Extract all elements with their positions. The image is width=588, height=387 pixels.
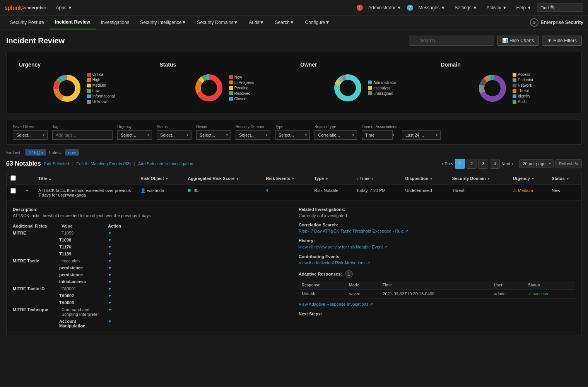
row-risk-events[interactable]: 4 [262,185,311,201]
secnav-security-posture[interactable]: Security Posture [5,15,50,29]
secnav-incident-review[interactable]: Incident Review [50,15,96,29]
settings-chevron-icon: ▼ [473,5,477,10]
secnav-investigations[interactable]: Investigations [96,15,135,29]
ta0003-action-icon[interactable]: ▼ [108,301,112,305]
svg-point-14 [337,77,359,99]
secnav-configure[interactable]: Configure ▼ [300,15,335,29]
next-label: Next [501,161,510,166]
time-associations-select[interactable]: Time [362,130,393,140]
messages-label: Messages [419,5,440,10]
account-action-icon[interactable]: ▼ [108,319,112,324]
col-risk-object: Risk Object ▼ [137,172,184,185]
correlation-search-link[interactable]: Risk - 7 Day ATT&CK Tactic Threshold Exc… [299,229,409,233]
t1176-action-icon[interactable]: ▼ [108,245,112,249]
mitre-ta0002: TA0002 [59,292,106,299]
status-filter-select[interactable]: Select... [157,130,191,140]
apps-menu[interactable]: Apps ▼ [52,0,76,15]
tag-label: Tag [52,125,113,129]
hide-charts-button[interactable]: 📊 Hide Charts [497,36,539,46]
page-2-button[interactable]: 2 [467,159,477,169]
persistence1-action-icon[interactable]: ▼ [108,266,112,270]
col-type: Type ▼ [310,172,352,185]
search-type-filter-select[interactable]: Correlatio... [315,130,357,140]
add-to-investigation-button[interactable]: Add Selected to Investigation [138,161,193,166]
search-type-filter-label: Search Type [315,125,357,129]
earliest-badge[interactable]: -24h@h [25,149,46,156]
adaptive-responses-counter: 1 [345,270,353,278]
page-3-button[interactable]: 3 [478,159,488,169]
owner-chart: Owner Administrator esanalyst unassigned [294,58,435,107]
ta0001-action-icon[interactable]: ▼ [108,287,112,291]
help-menu[interactable]: Help ▼ [512,0,535,15]
row-risk-score: 80 [184,185,262,201]
activity-menu[interactable]: Activity ▼ [483,0,511,15]
per-page-select[interactable]: 20 per page [519,159,554,168]
tag-input[interactable] [52,130,113,140]
secnav-security-intelligence[interactable]: Security Intelligence ▼ [135,15,191,29]
edit-all-button[interactable]: Edit All Matching Events (63) [77,161,131,166]
status-chart: Status New In Progress Pending Resolved … [154,58,294,107]
row-checkbox[interactable] [10,188,16,194]
apps-label: Apps [56,5,67,10]
row-risk-object: 👤 wakanda [137,185,184,201]
time-associations-label: Time or Associations [362,125,397,129]
page-1-button[interactable]: 1 [455,159,465,169]
status-col-header: Status [525,281,575,289]
messages-menu[interactable]: Messages ▼ [415,0,450,15]
si-chevron-icon: ▼ [182,20,186,25]
search-input[interactable] [409,36,494,46]
row-disposition: Undetermined [401,185,448,201]
configure-chevron-icon: ▼ [325,20,330,25]
prev-button[interactable]: ‹ Prev [442,161,453,166]
row-security-domain: Threat [448,185,509,201]
response-notable: Notable [299,289,346,299]
admin-menu[interactable]: Administrator ▼ [364,0,405,15]
filter-icon: ▼ [547,38,552,43]
refresh-button[interactable]: Refresh ↻ [555,159,582,168]
col-disposition: Disposition ▼ [401,172,448,185]
page-4-button[interactable]: 4 [490,159,500,169]
history-label: History: [299,238,575,243]
find-box[interactable]: Find 🔍 [537,3,583,12]
globe-icon: ⊕ [530,18,538,27]
secnav-security-domains[interactable]: Security Domains ▼ [191,15,243,29]
select-all-checkbox[interactable] [10,175,16,181]
ta0002-action-icon[interactable]: ▼ [108,294,112,298]
secnav-search[interactable]: Search ▼ [270,15,300,29]
type-filter-select[interactable]: Select... [275,130,310,140]
next-button[interactable]: Next › [501,161,513,166]
security-domain-filter-select[interactable]: Select... [236,130,270,140]
secnav-audit[interactable]: Audit ▼ [243,15,269,29]
hide-filters-button[interactable]: ▼ Hide Filters [542,36,582,46]
adaptive-response-invocations-link[interactable]: View Adaptive Response Invocations ↗ [299,302,373,307]
row-expand-button[interactable]: ▼ [24,188,31,193]
t1189-action-icon[interactable]: ▼ [108,252,112,256]
time-range-select[interactable]: Last 24 ... [402,130,441,140]
command-action-icon[interactable]: ▼ [108,308,112,312]
saved-filters-select[interactable]: Select... [13,130,48,140]
col-status: Status ▼ [548,172,581,185]
mitre-t1098: T1098 [59,236,106,243]
t1059-action-icon[interactable]: ▼ [108,231,112,235]
execution-action-icon[interactable]: ▼ [108,259,112,263]
owner-filter-select[interactable]: Select... [196,130,231,140]
col-agg-risk-score: Aggregated Risk Score ▼ [184,172,262,185]
persistence2-action-icon[interactable]: ▼ [108,273,112,277]
mitre-tactic-persistence2: persistence [59,271,106,278]
history-link[interactable]: View all review activity for this Notabl… [299,245,388,249]
related-investigations-text: Currently not investigated. [299,213,575,218]
edit-selected-button[interactable]: Edit Selected [44,161,69,166]
initial-access-action-icon[interactable]: ▼ [108,280,112,284]
owner-chart-title: Owner [300,62,317,68]
contributing-events-link[interactable]: View the individual Risk Attributions ↗ [299,260,370,265]
page-title: Incident Review [6,36,409,45]
notables-count: 63 Notables [6,160,41,167]
t1098-action-icon[interactable]: ▼ [108,238,112,242]
urgency-filter-select[interactable]: Select... [117,130,152,140]
sec-nav: Security Posture Incident Review Investi… [0,15,588,29]
related-investigations-label: Related Investigations: [299,207,575,212]
settings-menu[interactable]: Settings ▼ [451,0,481,15]
hide-filters-label: Hide Filters [553,38,577,43]
mitre-tactic-label: MITRE Tactic [13,257,59,285]
latest-badge[interactable]: now [65,149,79,156]
